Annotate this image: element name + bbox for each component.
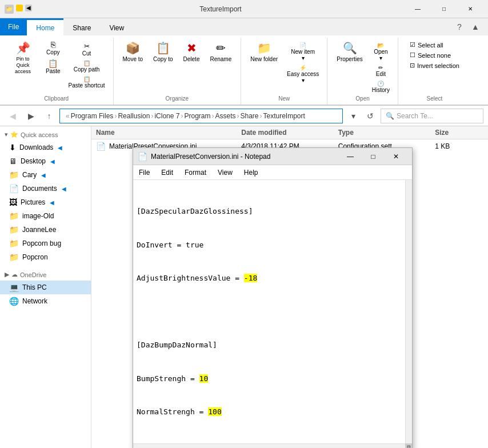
highlight-value-2: 10	[199, 374, 209, 383]
cary-label: Cary	[22, 171, 37, 179]
copy-icon: ⎘	[51, 40, 55, 49]
pin-to-quick-access-button[interactable]: 📌 Pin to Quick access	[5, 39, 41, 77]
ribbon-group-clipboard: 📌 Pin to Quick access ⎘ Copy 📋 Paste	[0, 38, 114, 105]
breadcrumb-program-files[interactable]: Program Files	[71, 112, 114, 120]
history-button[interactable]: 🕐 History	[369, 79, 393, 94]
select-none-button[interactable]: ☐ Select none	[406, 50, 463, 60]
column-date[interactable]: Date modified	[241, 129, 338, 137]
sidebar-item-desktop[interactable]: 🖥 Desktop ◀	[0, 154, 91, 168]
cut-icon: ✂	[84, 42, 90, 50]
sidebar-item-cary[interactable]: 📁 Cary ◀	[0, 168, 91, 182]
delete-button[interactable]: ✖ Delete	[179, 39, 205, 65]
image-old-label: image-Old	[22, 212, 54, 220]
rename-button[interactable]: ✏ Rename	[205, 39, 236, 65]
paste-label: Paste	[46, 68, 61, 74]
notepad-minimize[interactable]: —	[339, 148, 362, 165]
notepad-content[interactable]: [DazSpecularDazGlossiness] DoInvert = tr…	[133, 180, 412, 443]
sidebar: ▾ ⭐ Quick access ⬇ Downloads ◀ 🖥 Desktop…	[0, 126, 91, 448]
tab-view[interactable]: View	[100, 18, 133, 35]
ribbon: File Home Share View ? ▲ 📌 Pin to Quick …	[0, 18, 488, 106]
address-bar: ◀ ▶ ↑ « Program Files › Reallusion › iCl…	[0, 106, 488, 126]
breadcrumb-iclone[interactable]: iClone 7	[154, 112, 179, 120]
notepad-scrollbar[interactable]	[405, 180, 412, 443]
new-label: New	[246, 94, 322, 103]
search-box[interactable]: 🔍 Search Te...	[381, 109, 483, 123]
sidebar-item-pictures[interactable]: 🖼 Pictures ◀	[0, 195, 91, 209]
easy-access-button[interactable]: ⚡ Easy access ▾	[283, 63, 322, 85]
sidebar-item-popcorn-bug[interactable]: 📁 Popcorn bug	[0, 237, 91, 250]
notepad-menu-view[interactable]: View	[212, 165, 238, 179]
notepad-menu-file[interactable]: File	[133, 165, 155, 179]
invert-selection-button[interactable]: ⊡ Invert selection	[406, 61, 463, 70]
notepad-close[interactable]: ✕	[385, 148, 407, 165]
sidebar-item-joannlee[interactable]: 📁 JoanneLee	[0, 223, 91, 237]
notepad-hscrollbar[interactable]: ⊡	[133, 443, 412, 449]
tab-home[interactable]: Home	[27, 18, 63, 35]
ribbon-group-open: 🔍 Properties 📂 Open ▾ ✏ Edit 🕐 History	[327, 38, 398, 105]
maximize-button[interactable]: □	[431, 0, 457, 18]
new-folder-button[interactable]: 📁 New folder	[246, 39, 282, 65]
tab-share[interactable]: Share	[63, 18, 100, 35]
paste-icon: 📋	[48, 59, 58, 68]
sidebar-item-network[interactable]: 🌐 Network	[0, 294, 91, 308]
tab-file[interactable]: File	[0, 18, 27, 35]
new-folder-label: New folder	[250, 56, 278, 62]
notepad-maximize[interactable]: □	[362, 148, 385, 165]
paste-shortcut-button[interactable]: 📋 Paste shortcut	[65, 75, 109, 90]
copy-path-button[interactable]: 📋 Copy path	[65, 59, 109, 74]
copy-to-icon: 📋	[156, 41, 170, 55]
new-item-button[interactable]: 📄 New item ▾	[283, 41, 322, 62]
quick-access-header[interactable]: ▾ ⭐ Quick access	[0, 129, 91, 141]
copy-to-button[interactable]: 📋 Copy to	[149, 39, 177, 65]
address-path[interactable]: « Program Files › Reallusion › iClone 7 …	[59, 109, 343, 123]
cut-button[interactable]: ✂ Cut	[65, 41, 109, 58]
move-icon: 📦	[126, 41, 140, 55]
refresh-button[interactable]: ↺	[362, 108, 378, 124]
up-button[interactable]: ↑	[41, 108, 57, 124]
ribbon-collapse-button[interactable]: ▲	[467, 19, 483, 35]
invert-icon: ⊡	[410, 62, 415, 69]
breadcrumb-texture-import[interactable]: TextureImport	[263, 112, 305, 120]
back-button[interactable]: ◀	[5, 108, 21, 124]
copy-to-label: Copy to	[153, 56, 173, 62]
notepad-menu-format[interactable]: Format	[179, 165, 212, 179]
downloads-label: Downloads	[19, 143, 53, 151]
minimize-button[interactable]: —	[405, 0, 431, 18]
breadcrumb-reallusion[interactable]: Reallusion	[118, 112, 150, 120]
paste-button[interactable]: 📋 Paste	[42, 58, 64, 75]
sidebar-item-popcron[interactable]: 📁 Popcron	[0, 250, 91, 264]
onedrive-header[interactable]: ▶ ☁ OneDrive	[0, 269, 91, 281]
column-name[interactable]: Name	[96, 129, 241, 137]
notepad-line-5: [DazBumpDazNormal]	[137, 339, 409, 351]
column-type[interactable]: Type	[338, 129, 435, 137]
network-icon: 🌐	[9, 297, 19, 306]
breadcrumb-assets[interactable]: Assets	[215, 112, 235, 120]
breadcrumb-program[interactable]: Program	[184, 112, 210, 120]
edit-button[interactable]: ✏ Edit	[369, 63, 393, 78]
sidebar-item-documents[interactable]: 📄 Documents ◀	[0, 182, 91, 195]
file-size: 1 KB	[435, 142, 483, 150]
sidebar-item-downloads[interactable]: ⬇ Downloads ◀	[0, 141, 91, 154]
address-dropdown-button[interactable]: ▾	[345, 108, 361, 124]
pin-arrow-2: ◀	[50, 158, 55, 165]
forward-button[interactable]: ▶	[23, 108, 39, 124]
resize-grip[interactable]: ⊡	[405, 443, 412, 448]
sidebar-item-this-pc[interactable]: 💻 This PC	[0, 281, 91, 294]
breadcrumb-share[interactable]: Share	[240, 112, 258, 120]
properties-button[interactable]: 🔍 Properties	[332, 39, 367, 65]
move-to-button[interactable]: 📦 Move to	[118, 39, 148, 65]
notepad-line-3: AdjustBrightnessValue = -18	[137, 273, 409, 284]
copy-label: Copy	[46, 49, 59, 55]
close-button[interactable]: ✕	[457, 0, 483, 18]
notepad-menu-help[interactable]: Help	[238, 165, 264, 179]
open-button[interactable]: 📂 Open ▾	[369, 41, 393, 62]
organize-buttons: 📦 Move to 📋 Copy to ✖ Delete ✏ Rename	[118, 39, 237, 94]
column-size[interactable]: Size	[435, 129, 483, 137]
select-all-button[interactable]: ☑ Select all	[406, 40, 463, 50]
notepad-body: [DazSpecularDazGlossiness] DoInvert = tr…	[133, 180, 412, 443]
sidebar-item-image-old[interactable]: 📁 image-Old	[0, 209, 91, 223]
notepad-menu-edit[interactable]: Edit	[155, 165, 179, 179]
ribbon-help-button[interactable]: ?	[451, 19, 467, 35]
copy-button[interactable]: ⎘ Copy	[42, 39, 64, 57]
pin-label: Pin to Quick access	[9, 56, 37, 74]
